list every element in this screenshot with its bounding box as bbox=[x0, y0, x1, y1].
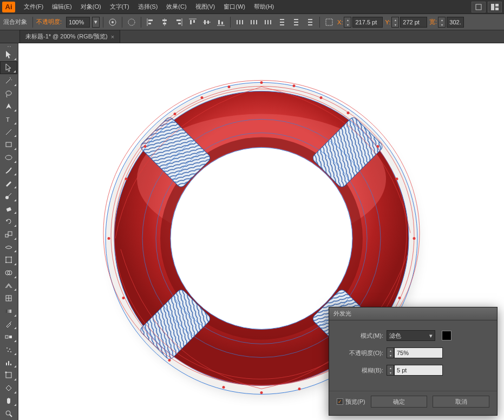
magic-wand-tool[interactable] bbox=[0, 74, 17, 87]
ellipse-tool[interactable] bbox=[0, 151, 17, 164]
svg-point-109 bbox=[398, 297, 401, 299]
svg-rect-2 bbox=[495, 4, 499, 6]
blur-input[interactable] bbox=[394, 365, 443, 376]
eyedropper-tool[interactable] bbox=[0, 318, 17, 331]
dist-v1-icon[interactable] bbox=[276, 16, 288, 28]
menu-view[interactable]: 视图(V) bbox=[191, 1, 220, 13]
menu-help[interactable]: 帮助(H) bbox=[250, 1, 278, 13]
menu-type[interactable]: 文字(T) bbox=[106, 1, 134, 13]
line-tool[interactable] bbox=[0, 126, 17, 139]
svg-line-77 bbox=[10, 415, 12, 417]
svg-point-114 bbox=[298, 388, 300, 390]
eraser-tool[interactable] bbox=[0, 202, 17, 215]
selection-tool[interactable] bbox=[0, 49, 17, 62]
rectangle-tool[interactable] bbox=[0, 138, 17, 151]
artboard-tool[interactable] bbox=[0, 369, 17, 382]
bridge-icon[interactable] bbox=[472, 2, 486, 12]
align-vcenter-icon[interactable] bbox=[201, 16, 213, 28]
rotate-tool[interactable] bbox=[0, 215, 17, 228]
width-tool[interactable] bbox=[0, 241, 17, 254]
mode-label: 模式(M): bbox=[337, 332, 383, 340]
svg-rect-72 bbox=[10, 364, 11, 365]
preview-checkbox[interactable]: ✓ 预览(P) bbox=[337, 398, 365, 406]
svg-line-46 bbox=[6, 129, 11, 135]
w-input[interactable] bbox=[447, 17, 464, 28]
svg-rect-9 bbox=[148, 23, 151, 24]
shape-builder-tool[interactable] bbox=[0, 266, 17, 279]
align-hcenter-icon[interactable] bbox=[159, 16, 171, 28]
recolor-icon[interactable] bbox=[126, 16, 138, 28]
blur-stepper[interactable]: ▴▾ bbox=[387, 365, 394, 376]
dist-v3-icon[interactable] bbox=[304, 16, 316, 28]
direct-selection-tool[interactable] bbox=[0, 61, 17, 74]
x-label: X: bbox=[337, 19, 343, 25]
menu-edit[interactable]: 编辑(E) bbox=[48, 1, 76, 13]
blob-brush-tool[interactable] bbox=[0, 189, 17, 202]
hand-tool[interactable] bbox=[0, 395, 17, 408]
arrange-icon[interactable] bbox=[488, 2, 502, 12]
slice-tool[interactable] bbox=[0, 382, 17, 395]
dist-h1-icon[interactable] bbox=[234, 16, 246, 28]
svg-point-105 bbox=[395, 178, 398, 180]
gradient-tool[interactable] bbox=[0, 305, 17, 318]
close-tab-icon[interactable]: × bbox=[111, 34, 114, 40]
color-swatch[interactable] bbox=[442, 331, 451, 340]
align-right-icon[interactable] bbox=[173, 16, 185, 28]
svg-rect-71 bbox=[8, 361, 9, 365]
svg-rect-20 bbox=[204, 20, 206, 24]
y-stepper[interactable]: ▴▾ bbox=[391, 17, 399, 28]
menu-select[interactable]: 选择(S) bbox=[134, 1, 162, 13]
cancel-button[interactable]: 取消 bbox=[433, 396, 489, 408]
type-tool[interactable]: T bbox=[0, 113, 17, 126]
svg-rect-26 bbox=[239, 20, 240, 24]
mode-select[interactable]: 滤色▾ bbox=[387, 330, 435, 341]
free-transform-tool[interactable] bbox=[0, 253, 17, 266]
opacity-stepper[interactable]: ▴▾ bbox=[387, 347, 394, 358]
svg-point-56 bbox=[5, 262, 6, 263]
menu-file[interactable]: 文件(F) bbox=[19, 1, 48, 13]
toolbox-handle[interactable] bbox=[0, 44, 18, 49]
scale-tool[interactable] bbox=[0, 228, 17, 241]
menu-object[interactable]: 对象(O) bbox=[76, 1, 106, 13]
transform-icon[interactable] bbox=[323, 16, 335, 28]
app-logo: Ai bbox=[2, 2, 15, 12]
pencil-tool[interactable] bbox=[0, 176, 17, 189]
style-icon[interactable] bbox=[107, 16, 119, 28]
lasso-tool[interactable] bbox=[0, 87, 17, 100]
svg-rect-27 bbox=[242, 20, 243, 24]
y-input[interactable] bbox=[400, 17, 427, 28]
svg-point-103 bbox=[346, 111, 349, 114]
x-input[interactable] bbox=[352, 17, 383, 28]
dialog-title[interactable]: 外发光 bbox=[329, 307, 497, 320]
align-left-icon[interactable] bbox=[145, 16, 156, 28]
svg-rect-25 bbox=[237, 20, 238, 24]
document-tab[interactable]: 未标题-1* @ 200% (RGB/预览) × bbox=[19, 30, 120, 43]
symbol-sprayer-tool[interactable] bbox=[0, 343, 17, 356]
svg-rect-8 bbox=[148, 19, 153, 21]
dist-v2-icon[interactable] bbox=[290, 16, 302, 28]
menu-window[interactable]: 窗口(W) bbox=[219, 1, 250, 13]
ok-button[interactable]: 确定 bbox=[371, 396, 428, 408]
align-top-icon[interactable] bbox=[187, 16, 199, 28]
perspective-grid-tool[interactable] bbox=[0, 279, 17, 292]
dist-h3-icon[interactable] bbox=[262, 16, 274, 28]
column-graph-tool[interactable] bbox=[0, 356, 17, 369]
svg-rect-24 bbox=[221, 22, 223, 24]
blend-tool[interactable] bbox=[0, 330, 17, 343]
dlg-opacity-input[interactable] bbox=[394, 347, 443, 358]
opacity-dropdown[interactable]: ▾ bbox=[92, 17, 100, 28]
svg-point-69 bbox=[10, 351, 11, 352]
w-stepper[interactable]: ▴▾ bbox=[438, 17, 446, 28]
preview-label: 预览(P) bbox=[345, 398, 365, 406]
svg-rect-36 bbox=[280, 24, 284, 25]
pen-tool[interactable] bbox=[0, 100, 17, 113]
menu-effect[interactable]: 效果(C) bbox=[162, 1, 191, 13]
paintbrush-tool[interactable] bbox=[0, 164, 17, 177]
x-stepper[interactable]: ▴▾ bbox=[344, 17, 351, 28]
zoom-tool[interactable] bbox=[0, 407, 17, 420]
mesh-tool[interactable] bbox=[0, 292, 17, 305]
opacity-input[interactable] bbox=[66, 17, 90, 28]
dist-h2-icon[interactable] bbox=[248, 16, 260, 28]
align-bottom-icon[interactable] bbox=[215, 16, 227, 28]
svg-point-55 bbox=[11, 257, 12, 258]
